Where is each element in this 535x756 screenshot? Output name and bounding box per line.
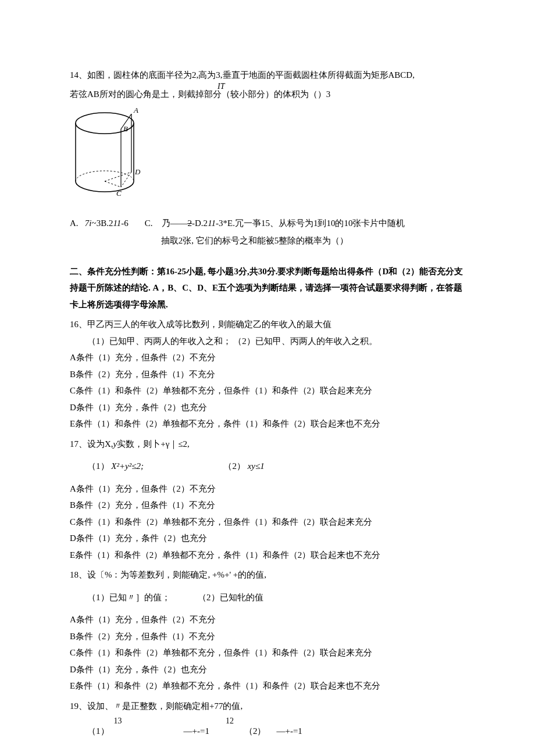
q14-opt-c-line2: 抽取2张, 它们的标号之和能被5整除的概率为（） [161, 232, 465, 249]
q14-stem-line1: 14、如图，圆柱体的底面半径为2,高为3,垂直于地面的平面截圆柱体所得截面为矩形… [70, 67, 465, 84]
q16-opt-b: B条件（2）充分，但条件（1）不充分 [70, 366, 465, 383]
q18-opt-a: A条件（1）充分，但条件（2）不充分 [70, 611, 465, 628]
q17-cond1-label: （1） [87, 458, 109, 475]
q18-cond1: （1）已知〃］的值； [87, 589, 170, 606]
question-19: 19、设加、〃是正整数，则能确定相+77的值, （1） 13 —+-=1 12 … [70, 698, 465, 736]
svg-line-4 [121, 172, 131, 187]
label-a: A [133, 106, 138, 114]
q19-conditions: （1） 13 —+-=1 12 （2） —+-=1 [70, 716, 465, 736]
svg-line-6 [105, 181, 121, 187]
q19-cond2-eq: —+-=1 [276, 726, 302, 736]
question-14: 14、如图，圆柱体的底面半径为2,高为3,垂直于地面的平面截圆柱体所得截面为矩形… [70, 67, 465, 249]
q14-it-label: IT [217, 79, 224, 95]
q14-stem-line2: IT 若弦AB所对的圆心角是土，则截掉部分（较小部分）的体积为（）3 [70, 86, 465, 103]
q17-opt-b: B条件（2）充分，但条件（1）不充分 [70, 497, 465, 514]
q18-opt-e: E条件（1）和条件（2）单独都不充分，条件（1）和条件（2）联合起来也不充分 [70, 678, 465, 694]
label-d: D [134, 167, 141, 176]
q14-stem-line2-text: 若弦AB所对的圆心角是土，则截掉部分（较小部分）的体积为（）3 [70, 89, 330, 99]
q18-conditions: （1）已知〃］的值； （2）已知牝的值 [70, 589, 465, 606]
q14-option-c-block: C. 乃——2-D.211-3*E.冗一亊15、从标号为1到10的10张卡片中随… [145, 215, 465, 249]
q17-opt-e: E条件（1）和条件（2）单独都不充分，条件（1）和条件（2）联合起来也不充分 [70, 547, 465, 564]
q16-opt-c: C条件（1）和条件（2）单独都不充分，但条件（1）和条件（2）联合起来充分 [70, 382, 465, 399]
q17-cond1-body: X²+y²≤2; [111, 458, 144, 475]
q18-opt-b: B条件（2）充分，但条件（1）不充分 [70, 628, 465, 645]
cylinder-svg: A B D C [70, 106, 151, 199]
question-18: 18、设〔%：为等差数列，则能确定, +%+' +的的值, （1）已知〃］的值；… [70, 567, 465, 694]
q16-conditions: （1）已知甲、丙两人的年收入之和； （2）已知甲、丙两人的年收入之积。 [70, 333, 465, 350]
q17-opt-d: D条件（1）充分，条件（2）也充分 [70, 530, 465, 547]
q18-opt-d: D条件（1）充分，条件（2）也充分 [70, 661, 465, 678]
q14-opt-c-line1: C. 乃——2-D.211-3*E.冗一亊15、从标号为1到10的10张卡片中随… [145, 215, 465, 232]
q19-cond1-label: （1） [87, 726, 109, 736]
q17-conditions: （1） X²+y²≤2; （2） xy≤1 [70, 458, 465, 475]
cylinder-figure: A B D C [70, 106, 465, 205]
q18-opt-c: C条件（1）和条件（2）单独都不充分，但条件（1）和条件（2）联合起来充分 [70, 644, 465, 661]
q17-cond2-body: xy≤1 [248, 458, 265, 475]
label-b: B [123, 124, 128, 133]
question-17: 17、设为X,y实数，则卜+γ｜≤2, （1） X²+y²≤2; （2） xy≤… [70, 436, 465, 564]
q19-frac-1: 13 [114, 716, 122, 736]
q16-opt-a: A条件（1）充分，但条件（2）不充分 [70, 349, 465, 366]
q17-opt-c: C条件（1）和条件（2）单独都不充分，但条件（1）和条件（2）联合起来充分 [70, 514, 465, 531]
q19-stem: 19、设加、〃是正整数，则能确定相+77的值, [70, 698, 465, 715]
q19-cond1-eq: —+-=1 [184, 726, 209, 736]
q14-option-a: A. 7i~3B.211-6 [70, 215, 129, 232]
q16-opt-e: E条件（1）和条件（2）单独都不充分，条件（1）和条件（2）联合起来也不充分 [70, 415, 465, 432]
label-c: C [116, 189, 122, 198]
q19-frac-2: 12 [226, 716, 234, 736]
q17-cond2-label: （2） [223, 458, 245, 475]
q18-stem: 18、设〔%：为等差数列，则能确定, +%+' +的的值, [70, 567, 465, 583]
q16-stem: 16、甲乙丙三人的年收入成等比数列，则能确定乙的年收入的最大值 [70, 316, 465, 333]
q17-stem: 17、设为X,y实数，则卜+γ｜≤2, [70, 436, 465, 453]
question-16: 16、甲乙丙三人的年收入成等比数列，则能确定乙的年收入的最大值 （1）已知甲、丙… [70, 316, 465, 432]
q17-opt-a: A条件（1）充分，但条件（2）不充分 [70, 481, 465, 497]
q19-cond2-label: （2） [244, 726, 266, 736]
q16-opt-d: D条件（1）充分，条件（2）也充分 [70, 399, 465, 416]
q14-opt-a-text: 7i [85, 218, 92, 228]
q18-cond2: （2）已知牝的值 [198, 589, 263, 606]
svg-line-5 [105, 172, 131, 181]
q14-options-row: A. 7i~3B.211-6 C. 乃——2-D.211-3*E.冗一亊15、从… [70, 215, 465, 249]
section-2-header: 二、条件充分性判断：第16-25小题, 每小题3分,共30分.要求判断每题给出得… [70, 263, 465, 313]
